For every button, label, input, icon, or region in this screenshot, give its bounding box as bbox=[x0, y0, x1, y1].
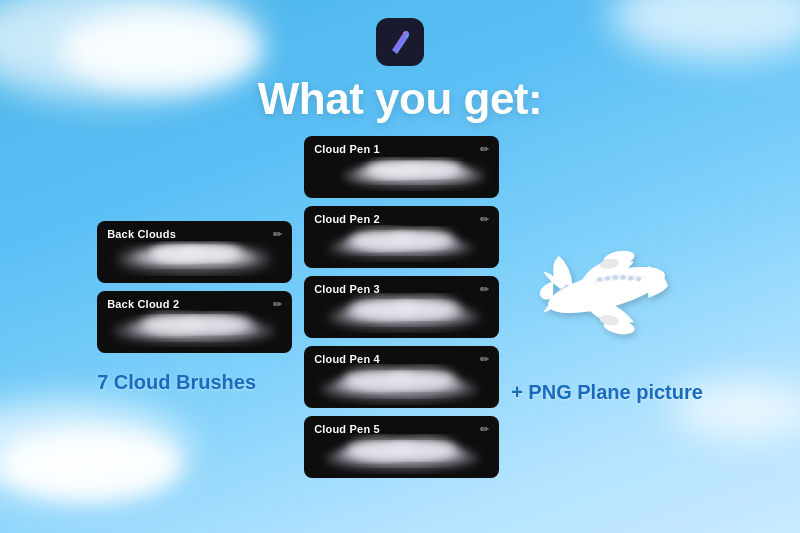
app-icon bbox=[376, 18, 424, 66]
edit-icon-cloud-pen-3: ✏ bbox=[480, 283, 489, 296]
svg-point-44 bbox=[613, 275, 618, 280]
brush-card-back-cloud-2: Back Cloud 2 ✏ bbox=[97, 291, 292, 353]
brush-label-cloud-pen-4: Cloud Pen 4 bbox=[314, 353, 380, 365]
brush-label-cloud-pen-1: Cloud Pen 1 bbox=[314, 143, 380, 155]
middle-panel: Cloud Pen 1 ✏ Cloud Pen 2 ✏ bbox=[304, 136, 499, 478]
brush-card-cloud-pen-2: Cloud Pen 2 ✏ bbox=[304, 206, 499, 268]
page-container: What you get: Back Clouds ✏ bbox=[0, 0, 800, 533]
brush-label-cloud-pen-5: Cloud Pen 5 bbox=[314, 423, 380, 435]
svg-point-25 bbox=[393, 296, 459, 318]
brush-card-cloud-pen-4: Cloud Pen 4 ✏ bbox=[304, 346, 499, 408]
edit-icon-cloud-pen-5: ✏ bbox=[480, 423, 489, 436]
edit-icon-back-cloud-2: ✏ bbox=[273, 298, 282, 311]
svg-point-35 bbox=[391, 437, 457, 459]
brush-label-back-cloud-2: Back Cloud 2 bbox=[107, 298, 179, 310]
left-panel: Back Clouds ✏ bbox=[97, 221, 292, 394]
airplane-illustration bbox=[522, 213, 692, 368]
brush-card-back-clouds: Back Clouds ✏ bbox=[97, 221, 292, 283]
svg-point-15 bbox=[406, 159, 462, 177]
svg-point-46 bbox=[597, 277, 602, 282]
cloud-brushes-label: 7 Cloud Brushes bbox=[97, 371, 256, 394]
airplane-container bbox=[522, 211, 692, 371]
edit-icon-cloud-pen-1: ✏ bbox=[480, 143, 489, 156]
svg-point-0 bbox=[403, 31, 409, 37]
brush-label-cloud-pen-2: Cloud Pen 2 bbox=[314, 213, 380, 225]
svg-point-41 bbox=[636, 277, 641, 282]
brush-card-cloud-pen-3: Cloud Pen 3 ✏ bbox=[304, 276, 499, 338]
brush-card-cloud-pen-5: Cloud Pen 5 ✏ bbox=[304, 416, 499, 478]
svg-point-30 bbox=[388, 367, 456, 389]
right-panel: + PNG Plane picture bbox=[511, 211, 703, 404]
svg-point-10 bbox=[182, 313, 252, 333]
svg-point-43 bbox=[621, 275, 626, 280]
main-title: What you get: bbox=[258, 74, 542, 124]
svg-point-5 bbox=[182, 243, 242, 261]
brush-label-back-clouds: Back Clouds bbox=[107, 228, 176, 240]
svg-point-42 bbox=[628, 276, 633, 281]
edit-icon-cloud-pen-2: ✏ bbox=[480, 213, 489, 226]
svg-point-20 bbox=[390, 228, 454, 248]
svg-point-45 bbox=[605, 276, 610, 281]
png-plane-label: + PNG Plane picture bbox=[511, 381, 703, 404]
edit-icon-cloud-pen-4: ✏ bbox=[480, 353, 489, 366]
brush-label-cloud-pen-3: Cloud Pen 3 bbox=[314, 283, 380, 295]
content-area: Back Clouds ✏ bbox=[0, 136, 800, 478]
brush-card-cloud-pen-1: Cloud Pen 1 ✏ bbox=[304, 136, 499, 198]
edit-icon-back-clouds: ✏ bbox=[273, 228, 282, 241]
